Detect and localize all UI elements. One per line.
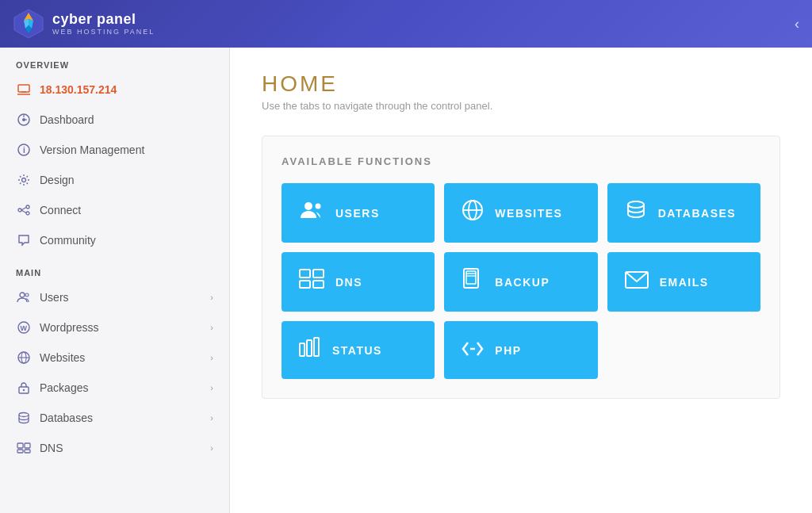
info-icon: i	[16, 142, 32, 158]
func-databases-label: DATABASES	[658, 207, 737, 220]
func-card-status[interactable]: STATUS	[282, 321, 435, 379]
sidebar-item-version[interactable]: i Version Management	[0, 135, 229, 165]
svg-line-18	[21, 208, 26, 211]
svg-rect-42	[313, 270, 324, 278]
svg-rect-32	[25, 443, 30, 448]
page-subtitle: Use the tabs to navigate through the con…	[262, 100, 780, 112]
functions-grid: USERS WEBSITES DATABASES	[282, 183, 760, 379]
func-users-icon	[299, 201, 324, 225]
db-icon	[16, 410, 32, 426]
func-card-websites[interactable]: WEBSITES	[444, 183, 597, 243]
func-php-label: PHP	[495, 344, 521, 357]
brand-name: cyber panel	[52, 12, 155, 28]
sidebar-item-databases[interactable]: Databases ›	[0, 403, 229, 433]
sidebar-item-design[interactable]: Design	[0, 165, 229, 195]
gear-icon	[16, 172, 32, 188]
sidebar: OVERVIEW 18.130.157.214 Dashboard i Vers…	[0, 48, 230, 513]
packages-chevron: ›	[210, 383, 213, 392]
sidebar-packages-label: Packages	[40, 381, 202, 394]
func-websites-icon	[462, 199, 484, 227]
sidebar-databases-label: Databases	[40, 412, 202, 424]
header: cyber panel WEB HOSTING PANEL ‹	[0, 0, 812, 48]
logo-icon	[13, 8, 44, 40]
sidebar-community-label: Community	[40, 234, 213, 247]
overview-section-label: OVERVIEW	[0, 48, 229, 75]
func-emails-label: EMAILS	[660, 276, 709, 289]
sidebar-item-wordpress[interactable]: W Wordpresss ›	[0, 312, 229, 343]
svg-rect-43	[313, 281, 324, 288]
func-dns-icon	[299, 269, 324, 295]
func-backup-label: BACKUP	[495, 276, 550, 289]
svg-point-29	[19, 413, 29, 417]
wordpress-icon: W	[16, 320, 32, 335]
users-icon	[16, 289, 32, 305]
func-card-dns[interactable]: DNS	[282, 252, 435, 312]
func-status-icon	[299, 337, 321, 363]
sidebar-item-packages[interactable]: Packages ›	[0, 373, 229, 403]
sidebar-item-websites[interactable]: Websites ›	[0, 343, 229, 373]
users-chevron: ›	[210, 293, 213, 302]
svg-rect-51	[314, 338, 319, 356]
svg-point-34	[304, 202, 312, 210]
dashboard-icon	[16, 112, 32, 128]
svg-point-15	[18, 209, 21, 212]
svg-rect-41	[300, 281, 310, 288]
svg-rect-31	[17, 450, 23, 453]
functions-heading: AVAILABLE FUNCTIONS	[282, 155, 760, 167]
svg-line-19	[21, 210, 26, 213]
sidebar-wordpress-label: Wordpresss	[40, 321, 202, 334]
sidebar-websites-label: Websites	[40, 351, 202, 364]
svg-rect-30	[17, 443, 23, 448]
svg-rect-40	[300, 270, 310, 278]
sidebar-item-dashboard[interactable]: Dashboard	[0, 105, 229, 135]
func-card-databases[interactable]: DATABASES	[607, 183, 760, 243]
svg-rect-50	[307, 340, 312, 356]
sidebar-item-connect[interactable]: Connect	[0, 195, 229, 225]
func-emails-icon	[625, 270, 649, 294]
svg-point-17	[26, 212, 29, 215]
svg-point-28	[23, 389, 25, 391]
func-websites-label: WEBSITES	[495, 207, 562, 220]
svg-point-14	[22, 178, 26, 182]
func-users-label: USERS	[335, 207, 380, 220]
dns-chevron: ›	[210, 443, 213, 453]
svg-point-21	[25, 293, 29, 297]
func-php-icon	[462, 338, 484, 362]
svg-point-35	[316, 204, 321, 209]
main-section-label: MAIN	[0, 255, 229, 282]
func-dns-label: DNS	[335, 276, 362, 289]
chat-icon	[16, 232, 32, 248]
brand-subtitle: WEB HOSTING PANEL	[52, 28, 155, 36]
sidebar-version-label: Version Management	[40, 144, 213, 156]
logo-area: cyber panel WEB HOSTING PANEL	[13, 8, 155, 40]
svg-point-39	[628, 201, 644, 208]
sidebar-item-dns[interactable]: DNS ›	[0, 433, 229, 463]
databases-chevron: ›	[210, 413, 213, 423]
main-content: HOME Use the tabs to navigate through th…	[230, 48, 812, 513]
func-databases-icon	[625, 199, 647, 227]
wordpress-chevron: ›	[210, 323, 213, 332]
functions-section: AVAILABLE FUNCTIONS USERS WEBSITES	[262, 136, 780, 399]
layout: OVERVIEW 18.130.157.214 Dashboard i Vers…	[0, 48, 812, 513]
func-card-backup[interactable]: BACKUP	[444, 252, 597, 312]
sidebar-toggle-icon[interactable]: ‹	[795, 16, 799, 33]
func-card-users[interactable]: USERS	[282, 183, 435, 243]
sidebar-users-label: Users	[40, 291, 202, 304]
svg-text:i: i	[23, 146, 25, 155]
dns-icon	[16, 440, 32, 456]
ip-address: 18.130.157.214	[40, 83, 213, 96]
func-status-label: STATUS	[332, 344, 382, 357]
laptop-icon	[16, 82, 32, 98]
func-card-php[interactable]: PHP	[444, 321, 597, 379]
svg-text:W: W	[21, 324, 28, 332]
websites-chevron: ›	[210, 353, 213, 362]
connect-icon	[16, 202, 32, 218]
sidebar-item-ip[interactable]: 18.130.157.214	[0, 75, 229, 105]
svg-rect-5	[18, 85, 29, 92]
logo-text: cyber panel WEB HOSTING PANEL	[52, 12, 155, 36]
func-card-emails[interactable]: EMAILS	[607, 252, 760, 312]
sidebar-item-community[interactable]: Community	[0, 225, 229, 255]
func-backup-icon	[462, 268, 484, 296]
sidebar-connect-label: Connect	[40, 204, 213, 216]
sidebar-item-users[interactable]: Users ›	[0, 282, 229, 312]
